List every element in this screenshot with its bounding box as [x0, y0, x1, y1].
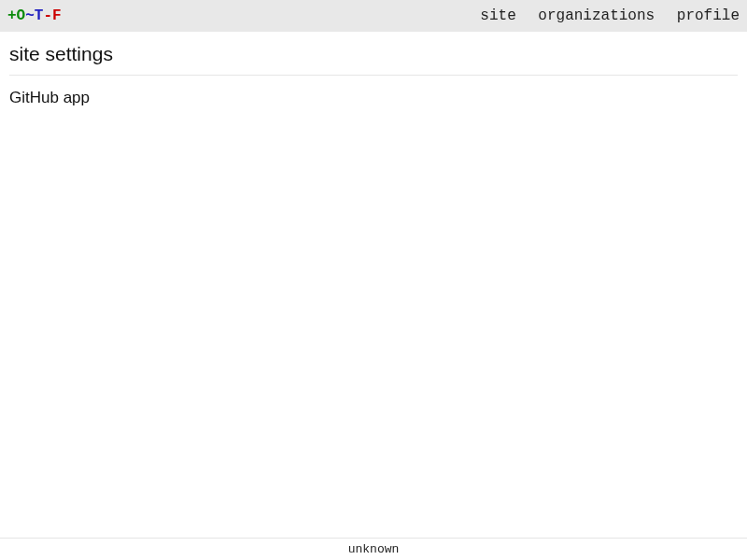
logo-dash: - [43, 7, 52, 24]
nav-site[interactable]: site [480, 7, 515, 24]
logo-tilde: ~ [25, 7, 35, 24]
content: site settings GitHub app [0, 32, 747, 107]
logo-plus: + [7, 7, 17, 24]
nav-organizations[interactable]: organizations [538, 7, 655, 24]
github-app-link[interactable]: GitHub app [9, 89, 738, 107]
logo[interactable]: +O~T-F [7, 7, 62, 24]
header: +O~T-F site organizations profile [0, 0, 747, 32]
logo-o: O [17, 7, 26, 24]
top-nav: site organizations profile [467, 7, 740, 24]
nav-profile[interactable]: profile [677, 7, 740, 24]
footer-version: unknown [348, 542, 400, 556]
logo-t: T [35, 7, 44, 24]
page-title: site settings [9, 43, 738, 76]
logo-f: F [52, 7, 62, 24]
footer: unknown [0, 538, 747, 560]
